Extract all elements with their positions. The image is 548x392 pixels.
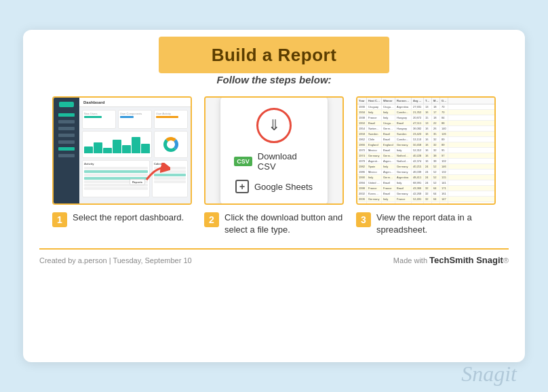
ss-row-6: 1962ChileBrazilCzechoslovakia53,11016328…: [357, 137, 494, 142]
ss-cell-2-1: France: [367, 115, 382, 120]
ss-cell-9-3: Netherlands: [395, 153, 412, 158]
ss-cell-15-5: 32: [424, 186, 432, 191]
ss-cell-1-4: 21,352: [412, 110, 424, 115]
download-csv-option[interactable]: CSV Download CSV: [234, 151, 314, 172]
nav-item-6: [58, 147, 75, 151]
ss-cell-12-1: Mexico: [367, 170, 382, 174]
ss-cell-3-2: Uruguay: [382, 121, 395, 125]
ss-cell-10-4: 42,374: [412, 159, 424, 163]
ss-cell-9-1: Germany: [367, 153, 382, 158]
step-2-image: ⇓ CSV Download CSV + Google Sheets: [204, 96, 344, 205]
ss-cell-14-5: 24: [424, 180, 432, 185]
ss-cell-15-7: 171: [440, 186, 448, 191]
ss-cell-12-5: 24: [424, 170, 432, 174]
download-arrow-icon: ⇓: [268, 117, 280, 134]
ss-cell-18-1: South Africa: [367, 202, 382, 203]
ss-cell-11-6: 52: [432, 164, 440, 169]
ss-cell-18-3: Netherlands: [395, 202, 412, 203]
dash-bottom: Activity R: [82, 160, 188, 197]
ss-cell-4-5: 16: [424, 126, 432, 131]
download-popup: ⇓ CSV Download CSV + Google Sheets: [220, 96, 328, 205]
ss-cell-4-4: 36,082: [412, 126, 424, 131]
ss-body: 1930UruguayUruguayArgentina27,9311318701…: [357, 104, 494, 203]
ss-cell-6-4: 53,110: [412, 137, 424, 142]
ss-row-18: 2010South AfricaSpainNetherlands49,67032…: [357, 202, 494, 203]
ss-cell-3-6: 22: [432, 121, 440, 125]
ss-row-1: 1934ItalyItalyCzechoslovakia21,352161770: [357, 110, 494, 115]
ss-cell-11-4: 40,215: [412, 164, 424, 169]
ss-row-10: 1978ArgentinaArgentinaNetherlands42,3741…: [357, 159, 494, 164]
ss-row-8: 1970MexicoBrazilItaly52,312163295: [357, 148, 494, 153]
ss-cell-8-4: 52,312: [412, 148, 424, 153]
ss-cell-16-2: Brazil: [382, 191, 395, 196]
ss-cell-2-3: Hungary: [395, 115, 412, 120]
ss-cell-7-7: 89: [440, 142, 448, 147]
ss-cell-2-2: Italy: [382, 115, 395, 120]
ss-row-0: 1930UruguayUruguayArgentina27,931131870: [357, 104, 494, 110]
ss-cell-0-0: 1930: [357, 104, 367, 109]
ss-cell-17-4: 52,491: [412, 197, 424, 201]
ss-cell-1-2: Italy: [382, 110, 395, 115]
ss-cell-3-0: 1950: [357, 121, 367, 125]
ss-cell-17-0: 2006: [357, 197, 367, 201]
ss-cell-10-3: Netherlands: [395, 159, 412, 163]
title-banner: Build a Report: [23, 30, 525, 70]
ss-cell-9-0: 1974: [357, 153, 367, 158]
ss-cell-1-0: 1934: [357, 110, 367, 115]
ss-cell-2-5: 15: [424, 115, 432, 120]
activity-row-1: [84, 167, 148, 170]
ss-cell-16-3: Germany: [395, 191, 412, 196]
ss-cell-17-3: France: [395, 197, 412, 201]
ss-cell-7-2: England: [382, 142, 395, 147]
ss-cell-1-6: 17: [432, 110, 440, 115]
ss-cell-4-7: 140: [440, 126, 448, 131]
ss-cell-18-6: 64: [432, 202, 440, 203]
ss-cell-14-4: 68,991: [412, 180, 424, 185]
ss-cell-9-2: Germany: [382, 153, 395, 158]
ss-row-17: 2006GermanyItalyFrance52,4913264147: [357, 197, 494, 202]
ss-cell-12-2: Argentina: [382, 170, 395, 174]
ss-cell-10-5: 16: [424, 159, 432, 163]
step-3-text: View the report data in a spreadsheet.: [376, 212, 496, 236]
ss-cell-13-4: 48,411: [412, 175, 424, 180]
ss-col-head-6: Matches: [432, 98, 440, 104]
ss-cell-5-1: Sweden: [367, 132, 382, 136]
ss-cell-16-5: 32: [424, 191, 432, 196]
ss-col-head-1: Host Country: [367, 98, 382, 104]
ss-cell-14-1: United States: [367, 180, 382, 185]
ss-cell-11-7: 146: [440, 164, 448, 169]
ss-cell-10-2: Argentina: [382, 159, 395, 163]
step-2: ⇓ CSV Download CSV + Google Sheets: [204, 96, 344, 236]
download-sheets-option[interactable]: + Google Sheets: [235, 180, 313, 193]
step-1-text: Select the report dashboard.: [73, 212, 184, 224]
dashboard-sidebar: [54, 98, 79, 203]
ss-cell-13-2: Germany: [382, 175, 395, 180]
ss-col-head-5: Teams: [424, 98, 432, 104]
ss-cell-10-6: 38: [432, 159, 440, 163]
activity-row-2: [84, 170, 148, 173]
ss-row-3: 1950BrazilUruguayBrazil47,511132288: [357, 121, 494, 126]
ss-cell-12-4: 46,039: [412, 170, 424, 174]
ss-cell-3-3: Brazil: [395, 121, 412, 125]
csv-badge: CSV: [234, 157, 252, 166]
subtitle: Follow the steps below:: [23, 74, 525, 85]
donut-circle: [163, 137, 178, 152]
ss-row-5: 1958SwedenBrazilSweden23,4231635126: [357, 132, 494, 137]
dash-topbar: Dashboard: [79, 98, 191, 107]
ss-cell-1-3: Czechoslovakia: [395, 110, 412, 115]
ss-cell-8-0: 1970: [357, 148, 367, 153]
ss-cell-8-6: 32: [432, 148, 440, 153]
ss-cell-0-1: Uruguay: [367, 104, 382, 109]
download-mockup: ⇓ CSV Download CSV + Google Sheets: [206, 98, 342, 203]
dash-logo: [59, 102, 74, 107]
dash-title-text: Dashboard: [83, 100, 104, 104]
ss-row-13: 1990ItalyGermanyArgentina48,4112452115: [357, 175, 494, 180]
activity-row-3: [84, 174, 148, 176]
ss-cell-16-1: Korea & Japan: [367, 191, 382, 196]
ss-cell-11-2: Italy: [382, 164, 395, 169]
ss-cell-3-5: 13: [424, 121, 432, 125]
ss-col-head-3: Runner-up: [395, 98, 412, 104]
ss-col-head-2: Winner: [382, 98, 395, 104]
ss-row-16: 2002Korea & JapanBrazilGermany42,2693264…: [357, 191, 494, 197]
ss-cell-5-7: 126: [440, 132, 448, 136]
